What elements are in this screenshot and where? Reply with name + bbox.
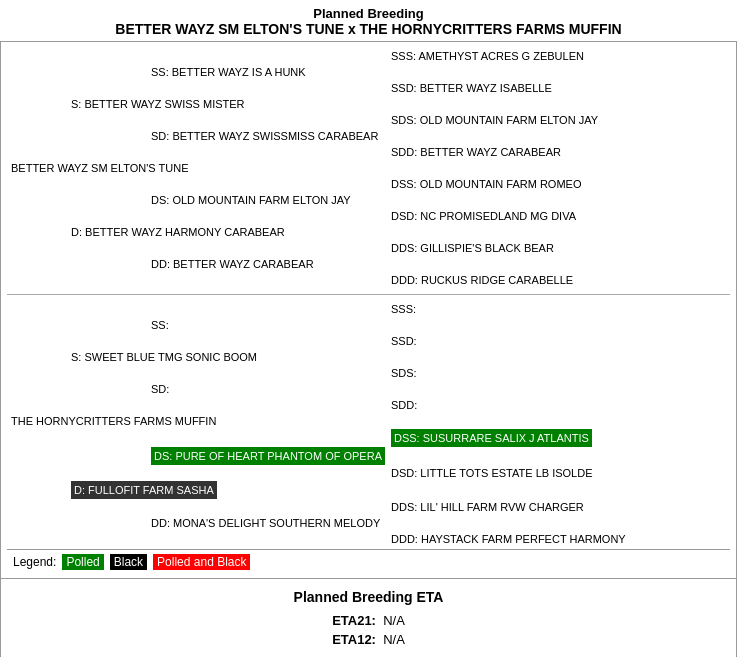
ped-row-sds: SDS: OLD MOUNTAIN FARM ELTON JAY: [11, 112, 726, 128]
ped-b-row-ddd: DDD: HAYSTACK FARM PERFECT HARMONY: [11, 531, 726, 547]
ped-b-row-s: S: SWEET BLUE TMG SONIC BOOM: [11, 349, 726, 365]
dd-label: DD: BETTER WAYZ CARABEAR: [151, 256, 314, 272]
ped-main-animal-bottom: THE HORNYCRITTERS FARMS MUFFIN: [11, 413, 726, 429]
ssd-label: SSD: BETTER WAYZ ISABELLE: [391, 80, 552, 96]
b-s-label: S: SWEET BLUE TMG SONIC BOOM: [71, 349, 257, 365]
eta21-value: N/A: [383, 613, 405, 628]
b-sd-label: SD:: [151, 381, 169, 397]
pedigree-top-half: SSS: AMETHYST ACRES G ZEBULEN SS: BETTER…: [7, 46, 730, 290]
eta12-row: ETA12: N/A: [5, 632, 732, 647]
legend-polled-and-black: Polled and Black: [153, 554, 250, 570]
breeding-title-main: BETTER WAYZ SM ELTON'S TUNE x THE HORNYC…: [4, 21, 733, 37]
sss-label: SSS: AMETHYST ACRES G ZEBULEN: [391, 48, 584, 64]
sd-label: SD: BETTER WAYZ SWISSMISS CARABEAR: [151, 128, 378, 144]
dsd-label: DSD: NC PROMISEDLAND MG DIVA: [391, 208, 576, 224]
main-animal-label-top: BETTER WAYZ SM ELTON'S TUNE: [11, 160, 189, 176]
b-dss-label: DSS: SUSURRARE SALIX J ATLANTIS: [391, 429, 592, 447]
b-d-label: D: FULLOFIT FARM SASHA: [71, 481, 217, 499]
ped-row-dsd: DSD: NC PROMISEDLAND MG DIVA: [11, 208, 726, 224]
ped-row-sss: SSS: AMETHYST ACRES G ZEBULEN: [11, 48, 726, 64]
eta-section: Planned Breeding ETA ETA21: N/A ETA12: N…: [0, 579, 737, 657]
ped-b-row-dsd: DSD: LITTLE TOTS ESTATE LB ISOLDE: [11, 465, 726, 481]
legend-polled: Polled: [62, 554, 103, 570]
ped-row-ssd: SSD: BETTER WAYZ ISABELLE: [11, 80, 726, 96]
b-sds-label: SDS:: [391, 365, 417, 381]
ped-b-row-sd: SD:: [11, 381, 726, 397]
b-ds-label: DS: PURE OF HEART PHANTOM OF OPERA: [151, 447, 385, 465]
ped-row-ds: DS: OLD MOUNTAIN FARM ELTON JAY: [11, 192, 726, 208]
eta12-value: N/A: [383, 632, 405, 647]
b-dsd-label: DSD: LITTLE TOTS ESTATE LB ISOLDE: [391, 465, 593, 481]
ped-row-dss: DSS: OLD MOUNTAIN FARM ROMEO: [11, 176, 726, 192]
b-sss-label: SSS:: [391, 301, 416, 317]
ddd-label: DDD: RUCKUS RIDGE CARABELLE: [391, 272, 573, 288]
pedigree-section: SSS: AMETHYST ACRES G ZEBULEN SS: BETTER…: [0, 42, 737, 579]
ped-b-row-ssd: SSD:: [11, 333, 726, 349]
sds-label: SDS: OLD MOUNTAIN FARM ELTON JAY: [391, 112, 598, 128]
breeding-header: Planned Breeding BETTER WAYZ SM ELTON'S …: [0, 0, 737, 42]
ped-b-row-dd: DD: MONA'S DELIGHT SOUTHERN MELODY: [11, 515, 726, 531]
dss-label: DSS: OLD MOUNTAIN FARM ROMEO: [391, 176, 581, 192]
b-ss-label: SS:: [151, 317, 169, 333]
eta-title: Planned Breeding ETA: [5, 589, 732, 605]
main-animal-label-bottom: THE HORNYCRITTERS FARMS MUFFIN: [11, 413, 216, 429]
b-dd-label: DD: MONA'S DELIGHT SOUTHERN MELODY: [151, 515, 380, 531]
breeding-title-top: Planned Breeding: [4, 6, 733, 21]
ped-b-row-sds: SDS:: [11, 365, 726, 381]
dds-label: DDS: GILLISPIE'S BLACK BEAR: [391, 240, 554, 256]
sdd-label: SDD: BETTER WAYZ CARABEAR: [391, 144, 561, 160]
ds-label: DS: OLD MOUNTAIN FARM ELTON JAY: [151, 192, 351, 208]
b-ssd-label: SSD:: [391, 333, 417, 349]
ped-b-row-d: D: FULLOFIT FARM SASHA: [11, 481, 726, 499]
ped-row-sd: SD: BETTER WAYZ SWISSMISS CARABEAR: [11, 128, 726, 144]
page-container: Planned Breeding BETTER WAYZ SM ELTON'S …: [0, 0, 737, 657]
ped-b-row-ds: DS: PURE OF HEART PHANTOM OF OPERA: [11, 447, 726, 465]
ss-label: SS: BETTER WAYZ IS A HUNK: [151, 64, 306, 80]
s-label: S: BETTER WAYZ SWISS MISTER: [71, 96, 245, 112]
eta21-label: ETA21:: [332, 613, 376, 628]
ped-row-s: S: BETTER WAYZ SWISS MISTER: [11, 96, 726, 112]
d-label: D: BETTER WAYZ HARMONY CARABEAR: [71, 224, 285, 240]
b-sdd-label: SDD:: [391, 397, 417, 413]
ped-row-ddd: DDD: RUCKUS RIDGE CARABELLE: [11, 272, 726, 288]
ped-b-row-sss: SSS:: [11, 301, 726, 317]
ped-row-d: D: BETTER WAYZ HARMONY CARABEAR: [11, 224, 726, 240]
b-dds-label: DDS: LIL' HILL FARM RVW CHARGER: [391, 499, 584, 515]
ped-b-row-ss: SS:: [11, 317, 726, 333]
ped-b-row-sdd: SDD:: [11, 397, 726, 413]
legend-black: Black: [110, 554, 147, 570]
ped-b-row-dss: DSS: SUSURRARE SALIX J ATLANTIS: [11, 429, 726, 447]
legend-row: Legend: Polled Black Polled and Black: [7, 549, 730, 574]
pedigree-bottom-half: SSS: SS: SSD: S: SWEET BLUE TMG SONIC BO…: [7, 299, 730, 549]
eta12-label: ETA12:: [332, 632, 376, 647]
ped-row-dd: DD: BETTER WAYZ CARABEAR: [11, 256, 726, 272]
ped-main-animal-top: BETTER WAYZ SM ELTON'S TUNE: [11, 160, 726, 176]
eta21-row: ETA21: N/A: [5, 613, 732, 628]
ped-row-ss: SS: BETTER WAYZ IS A HUNK: [11, 64, 726, 80]
b-ddd-label: DDD: HAYSTACK FARM PERFECT HARMONY: [391, 531, 626, 547]
ped-b-row-dds: DDS: LIL' HILL FARM RVW CHARGER: [11, 499, 726, 515]
ped-row-sdd: SDD: BETTER WAYZ CARABEAR: [11, 144, 726, 160]
pedigree-divider: [7, 294, 730, 295]
ped-row-dds: DDS: GILLISPIE'S BLACK BEAR: [11, 240, 726, 256]
legend-label-text: Legend:: [13, 555, 56, 569]
